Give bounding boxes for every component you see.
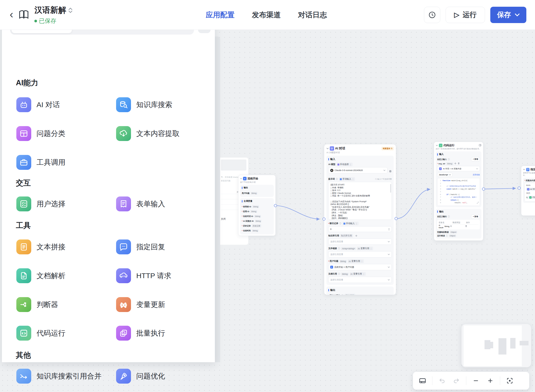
minimap-toggle-button[interactable] (416, 374, 429, 387)
language-select[interactable]: JavaScript (437, 173, 453, 177)
panel-item-robot[interactable]: AI 对话 (16, 97, 60, 112)
panel-item-rocket[interactable]: 问题优化 (116, 369, 165, 384)
node-title: AI 对话 (335, 146, 345, 151)
doc-ref-select[interactable]: 选择引用变量 (328, 277, 392, 283)
chat-history-count-input[interactable]: 0 (328, 226, 392, 232)
model-settings-button[interactable] (389, 170, 392, 173)
reset-template-link[interactable]: 还原模板 (473, 174, 480, 176)
kebab-icon: ⋮ (361, 260, 363, 263)
variable-chip[interactable]: AI 对话 > (526, 188, 535, 191)
trash-icon[interactable] (458, 162, 460, 165)
type-badge: 历史记录 (345, 294, 355, 295)
type-badge: String (250, 192, 257, 195)
required-marker: * (437, 163, 438, 165)
mode-badge[interactable]: 手动输入 ⋮ (339, 177, 355, 181)
prompt-hint: ⓘ 输入"/"可选择变量 (375, 178, 392, 180)
node-ai-chat[interactable]: AI 对话 有新版本 ↻ AI 大模型对话 输入 AI 模型 手动选择 ⋮ (324, 144, 396, 295)
mode-badge[interactable]: 手动选择 ⋮ (336, 163, 353, 166)
panel-item-form[interactable]: 表单输入 (116, 196, 165, 211)
zoom-in-button[interactable] (484, 374, 497, 387)
gear-icon[interactable] (454, 162, 456, 165)
tab-chat-logs[interactable]: 对话日志 (298, 10, 327, 20)
mode-badge[interactable]: {x} 变量引用 ⋮ (348, 259, 364, 263)
history-button[interactable] (424, 7, 440, 23)
user-question-select[interactable]: ▸ 流程开始 > 用户问题 (328, 264, 392, 270)
trash-icon[interactable] (465, 225, 479, 228)
collapse-chevron-icon[interactable] (240, 178, 242, 179)
panel-item-classify[interactable]: 问题分类 (16, 126, 65, 141)
add-input-button[interactable]: + 新增 (471, 157, 480, 161)
collapse-chevron-icon[interactable] (326, 148, 329, 149)
tab-app-config[interactable]: 应用配置 (206, 10, 235, 20)
save-button[interactable]: 保存 (490, 7, 526, 23)
scrollbar-thumb[interactable] (390, 184, 391, 193)
prompt-line: (批判 . 讽刺幽默)) (330, 217, 390, 220)
mode-badge[interactable]: {x} 变量引用 ⋮ (357, 247, 373, 250)
collapse-chevron-icon[interactable] (523, 169, 525, 170)
panel-expand-icon[interactable] (479, 144, 481, 147)
chevron-down-icon (388, 241, 390, 242)
type-badge: String (339, 260, 347, 263)
new-version-badge[interactable]: 有新版本 ↻ (381, 147, 394, 150)
reply-content-editor[interactable]: SVG: AI 对话 > 卡片: ![( ‹› 代码运 (524, 183, 535, 202)
code-line: 3 // 使用正则表达式匹配代码块中的内容 (439, 185, 478, 188)
kb-select[interactable]: 选择引用变量 (328, 239, 392, 245)
panel-item-doc[interactable]: 文本拼接 (16, 239, 65, 254)
prompt-line: (提示词 START: (330, 184, 390, 186)
redo-button[interactable] (450, 374, 463, 387)
back-button[interactable]: ‹ (10, 9, 13, 20)
mode-badge[interactable]: 手动输入 ⋮ (342, 222, 359, 225)
chip-label: 代码运 (532, 196, 535, 199)
file-link-select[interactable]: 选择引用变量 (328, 251, 392, 257)
panel-item-batch[interactable]: 批量执行 (116, 326, 165, 341)
panel-item-http[interactable]: HTTPHTTP 请求 (116, 268, 171, 283)
collapse-chevron-icon[interactable] (436, 145, 438, 146)
kb-settings-button[interactable] (355, 235, 357, 237)
app-root: ‹ 汉语新解 已保存 应用配置 发布渠道 (0, 0, 535, 392)
prompt-editor[interactable]: (提示词 START:;; 作者: 李继刚;; 版本: 0.3;; 模型: Cl… (328, 182, 392, 220)
node-specified-reply[interactable]: 指定回 该模块可以直接回 出。 * 回复的内容 ⓘ SVG: (521, 166, 535, 216)
field-label: svg_str (438, 163, 445, 165)
node-code-run[interactable]: ‹› 代码运行 执行一段简单的脚本代码，通常用于进行复杂的数据处理。 输入 自定… (434, 142, 483, 241)
variable-chip[interactable]: ‹› 代码运 (528, 196, 535, 199)
field-label: 完整响应数据 (437, 231, 449, 233)
section-title: 输出 (437, 210, 480, 213)
node-flow-start[interactable]: ▸ 流程开始 这个节点没有介绍 输出 用户问题 String 全局变量 *使用者… (238, 175, 276, 236)
field-label: 提示词 (328, 178, 335, 181)
panel-item-branch[interactable]: 判断器 (16, 297, 58, 312)
panel-item-label: 文档解析 (37, 271, 65, 281)
panel-item-label: 指定回复 (136, 242, 165, 252)
field-label: 使用者 ID (243, 205, 251, 208)
panel-item-extract[interactable]: 文本内容提取 (116, 126, 180, 141)
app-switcher-icon[interactable] (68, 8, 72, 13)
panel-item-briefcase[interactable]: 工具调用 (16, 155, 65, 170)
panel-item-code[interactable]: 代码运行 (16, 326, 65, 341)
panel-item-merge[interactable]: 知识库搜索引用合并 (16, 369, 101, 384)
flow-start-mini-icon: ▸ (330, 266, 333, 269)
tab-publish-channels[interactable]: 发布渠道 (252, 10, 281, 20)
expand-icon[interactable] (477, 202, 479, 205)
add-output-button[interactable]: + 新增 (471, 214, 480, 219)
model-select[interactable]: A Claude-3-5-sonnet-20240620 (328, 167, 387, 173)
fit-view-button[interactable] (503, 374, 516, 387)
panel-item-chat[interactable]: 指定回复 (116, 239, 165, 254)
mode-badge[interactable]: {x} 变量引用 ⋮ (350, 272, 366, 276)
saved-dot-icon (34, 20, 37, 22)
undo-button[interactable] (435, 374, 449, 387)
number-stepper[interactable] (388, 228, 390, 230)
select-value: 流程开始 > 用户问题 (334, 266, 354, 269)
minimap[interactable] (461, 324, 531, 367)
var-value-select[interactable]: AI 对话 > AI 回复内容 (437, 166, 480, 171)
gear-icon[interactable] (450, 225, 464, 228)
zoom-out-button[interactable] (469, 374, 483, 387)
reply-content-card: * 回复的内容 ⓘ SVG: AI 对话 > 卡片: ![( ‹ (523, 178, 535, 203)
panel-item-varx[interactable]: {x}变量更新 (116, 297, 165, 312)
run-button[interactable]: ▷ 运行 (446, 7, 485, 23)
panel-item-dbsearch[interactable]: 知识库搜索 (116, 97, 172, 112)
code-editor[interactable]: 1function main({svg_str}){23 // 使用正则表达式匹… (437, 178, 480, 206)
docparse-icon (16, 268, 31, 283)
column-header: 变量名 (439, 221, 453, 224)
panel-item-docparse[interactable]: 文档解析 (16, 268, 65, 283)
kebab-icon: ⋮ (355, 222, 358, 225)
panel-item-checklist[interactable]: 用户选择 (16, 196, 65, 211)
